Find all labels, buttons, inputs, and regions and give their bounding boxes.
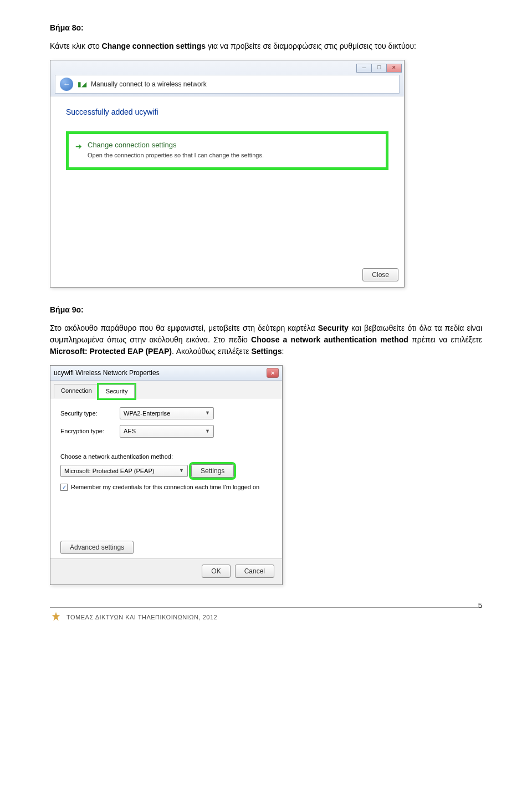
tab-strip: Connection Security [50,381,282,398]
t4: . Ακολούθως επιλέξετε [172,347,251,356]
change-settings-title: Change connection settings [88,140,264,151]
footer-left: ΤΟΜΕΑΣ ΔΙΚΤΥΩΝ ΚΑΙ ΤΗΛΕΠΙΚΟΙΝΩΝΙΩΝ, 2012 [50,611,217,623]
t3: πρέπει να επιλέξετε [408,335,482,344]
university-logo-icon [50,611,62,623]
encryption-type-label: Encryption type: [60,427,113,436]
dialog-close-button[interactable]: ✕ [267,368,279,378]
dialog-body: Security type: WPA2-Enterprise ▼ Encrypt… [50,398,282,559]
encryption-type-combo[interactable]: AES ▼ [120,425,214,438]
remember-credentials-row: ✓ Remember my credentials for this conne… [60,483,272,491]
wizard-footer: Close [50,268,404,287]
change-settings-highlight: ➔ Change connection settings Open the co… [66,131,388,170]
dialog-buttons: OK Cancel [50,558,282,584]
step8-text-bold: Change connection settings [102,42,206,50]
wireless-wizard-window: ─ ☐ ✕ ← ▮◢ Manually connect to a wireles… [50,60,405,288]
wizard-header: ← ▮◢ Manually connect to a wireless netw… [55,75,400,94]
security-type-value: WPA2-Enterprise [124,409,170,418]
encryption-type-value: AES [124,427,136,436]
page-number: 5 [478,600,482,611]
chevron-down-icon: ▼ [205,409,210,417]
back-button[interactable]: ← [60,78,73,91]
b3: Microsoft: Protected EAP (PEAP) [50,347,172,356]
auth-method-combo[interactable]: Microsoft: Protected EAP (PEAP) ▼ [60,465,188,478]
security-type-label: Security type: [60,409,113,418]
auth-method-value: Microsoft: Protected EAP (PEAP) [64,466,154,476]
dialog-title: ucywifi Wireless Network Properties [54,368,160,378]
wizard-body: Successfully added ucywifi ➔ Change conn… [50,96,404,268]
tab-security[interactable]: Security [99,384,135,398]
close-button[interactable]: ✕ [386,64,402,73]
minimize-button[interactable]: ─ [356,64,372,73]
change-settings-link[interactable]: Change connection settings Open the conn… [88,140,264,160]
step8-text: Κάντε κλικ στο Change connection setting… [50,40,482,52]
security-type-row: Security type: WPA2-Enterprise ▼ [60,407,272,420]
b1: Security [318,324,349,332]
advanced-row: Advanced settings [60,541,272,554]
chevron-down-icon: ▼ [205,428,210,435]
window-chrome: ─ ☐ ✕ ← ▮◢ Manually connect to a wireles… [50,60,404,96]
dialog-titlebar: ucywifi Wireless Network Properties ✕ [50,366,282,381]
encryption-type-row: Encryption type: AES ▼ [60,425,272,438]
change-settings-subtitle: Open the connection properties so that I… [88,151,264,160]
signal-icon: ▮◢ [78,79,86,89]
tab-connection[interactable]: Connection [54,384,99,398]
step8-text-pre: Κάντε κλικ στο [50,42,102,50]
step9-heading: Βήμα 9ο: [50,304,482,316]
auth-settings-button[interactable]: Settings [191,464,234,478]
step8-heading: Βήμα 8ο: [50,22,482,34]
chevron-down-icon: ▼ [179,467,184,475]
auth-method-row: Microsoft: Protected EAP (PEAP) ▼ Settin… [60,464,272,478]
t1: Στο ακόλουθο παράθυρο που θα εμφανιστεί,… [50,324,318,332]
ok-button[interactable]: OK [202,565,230,578]
success-message: Successfully added ucywifi [66,106,388,118]
remember-credentials-checkbox[interactable]: ✓ [60,484,68,491]
b4: Settings [251,347,282,356]
close-wizard-button[interactable]: Close [362,268,398,281]
advanced-settings-button[interactable]: Advanced settings [60,541,134,554]
cancel-button[interactable]: Cancel [235,565,274,578]
step8-text-post: για να προβείτε σε διαμορφώσεις στις ρυθ… [206,42,416,50]
wizard-title: Manually connect to a wireless network [91,79,207,89]
page-footer: ΤΟΜΕΑΣ ΔΙΚΤΥΩΝ ΚΑΙ ΤΗΛΕΠΙΚΟΙΝΩΝΙΩΝ, 2012… [50,607,482,623]
titlebar: ─ ☐ ✕ [53,63,402,75]
maximize-button[interactable]: ☐ [371,64,387,73]
security-type-combo[interactable]: WPA2-Enterprise ▼ [120,407,214,420]
auth-method-label: Choose a network authentication method: [60,452,272,461]
step9-text: Στο ακόλουθο παράθυρο που θα εμφανιστεί,… [50,322,482,357]
b2: Choose a network authentication method [251,335,408,344]
arrow-icon: ➔ [75,141,82,152]
t5: : [282,347,284,356]
remember-credentials-label: Remember my credentials for this connect… [71,483,259,491]
footer-text: ΤΟΜΕΑΣ ΔΙΚΤΥΩΝ ΚΑΙ ΤΗΛΕΠΙΚΟΙΝΩΝΙΩΝ, 2012 [66,613,217,622]
network-properties-dialog: ucywifi Wireless Network Properties ✕ Co… [50,365,283,585]
